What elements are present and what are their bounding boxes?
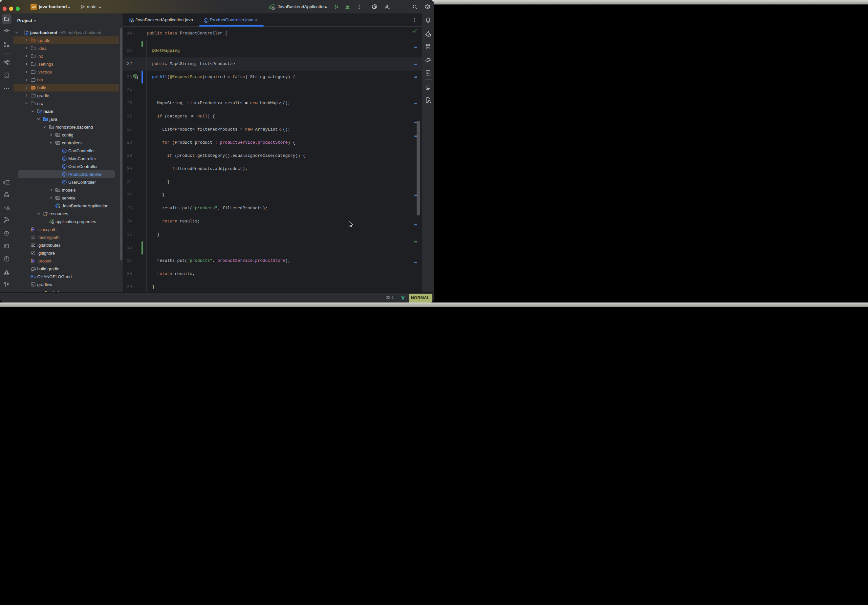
svg-text:C: C	[63, 173, 65, 176]
svg-text:C: C	[63, 157, 65, 160]
svg-text:C: C	[63, 181, 65, 184]
svg-text:C: C	[205, 19, 207, 22]
svg-text:C: C	[63, 165, 65, 168]
svg-text:C: C	[63, 149, 65, 152]
svg-text:M: M	[31, 275, 34, 279]
